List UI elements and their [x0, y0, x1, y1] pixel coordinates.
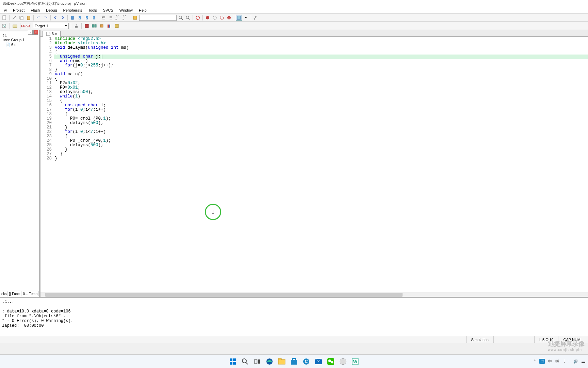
download-icon[interactable]: LOAD [22, 23, 29, 29]
code-line[interactable]: } [54, 68, 588, 72]
bookmark-next-icon[interactable] [84, 15, 90, 21]
code-editor[interactable]: 1234567891011121314151617181920212223242… [40, 37, 588, 292]
tray-volume-icon[interactable]: 🔊 [573, 359, 578, 364]
new-icon[interactable] [1, 15, 7, 21]
tray-chevron-icon[interactable]: ˄ [534, 359, 536, 364]
menu-tools[interactable]: Tools [85, 7, 100, 13]
code-line[interactable]: P0=0x01; [54, 86, 588, 90]
breakpoint-enable-icon[interactable] [212, 15, 218, 21]
store-icon[interactable] [289, 357, 299, 366]
code-line[interactable]: for(j=0;j<255;j++); [54, 63, 588, 68]
app-icon[interactable] [338, 357, 348, 366]
file-ext-icon[interactable] [84, 23, 90, 29]
tab-templates[interactable]: 0→ Temp... [21, 291, 39, 296]
tray-battery-icon[interactable]: ▬ [582, 359, 585, 364]
code-line[interactable]: delayms(500); [54, 90, 588, 94]
code-line[interactable]: } [54, 125, 588, 130]
bookmark-prev-icon[interactable] [77, 15, 83, 21]
manage-icon[interactable] [91, 23, 97, 29]
code-line[interactable]: void main() [54, 72, 588, 77]
code-line[interactable]: void delayms(unsigned int ms) [54, 46, 588, 50]
menu-help[interactable]: Help [136, 7, 149, 13]
nav-forward-icon[interactable] [60, 15, 66, 21]
code-line[interactable]: { [54, 99, 588, 103]
redo-icon[interactable] [43, 15, 49, 21]
breakpoint-icon[interactable] [205, 15, 211, 21]
outdent-icon[interactable] [108, 15, 114, 21]
configure-icon[interactable] [253, 15, 259, 21]
menu-project[interactable]: Project [10, 7, 27, 13]
comment-icon[interactable]: //≡ [115, 15, 121, 21]
tab-books[interactable]: oks [0, 291, 7, 296]
menu-svcs[interactable]: SVCS [100, 7, 116, 13]
explorer-icon[interactable] [277, 357, 287, 366]
options-icon[interactable] [73, 23, 79, 29]
code-line[interactable]: while(ms--) [54, 59, 588, 63]
find-in-files-icon[interactable] [132, 15, 138, 21]
wps-icon[interactable]: W [350, 357, 360, 366]
menu-window[interactable]: Window [117, 7, 135, 13]
code-line[interactable]: { [54, 50, 588, 55]
window-layout-icon[interactable] [236, 15, 242, 21]
menu-peripherals[interactable]: Peripherals [61, 7, 85, 13]
code-line[interactable]: while(1) [54, 94, 588, 99]
incremental-find-icon[interactable] [185, 15, 191, 21]
target-select[interactable]: Target 1▾ [33, 23, 69, 29]
books-icon[interactable] [106, 23, 112, 29]
code-line[interactable]: { [54, 77, 588, 81]
menu-debug[interactable]: Debug [43, 7, 60, 13]
code-line[interactable]: for(i=0;i<7;i++) [54, 108, 588, 112]
nav-back-icon[interactable] [52, 15, 59, 21]
code-content[interactable]: #include <reg52.h>#include <intrins.h>vo… [54, 37, 588, 292]
tree-group[interactable]: urce Group 1 [1, 37, 37, 42]
code-line[interactable]: delayms(500); [54, 121, 588, 125]
help-icon[interactable] [114, 23, 120, 29]
bookmark-clear-icon[interactable] [91, 15, 97, 21]
breakpoint-disable-icon[interactable] [219, 15, 225, 21]
code-line[interactable]: { [54, 134, 588, 139]
code-line[interactable]: delayms(500); [54, 143, 588, 148]
taskbar[interactable]: C W ˄ ⬚ 中 拼 ⋮⋮ 🔊 ▬ [0, 354, 588, 368]
code-line[interactable]: P2=0x02; [54, 81, 588, 86]
pack-installer-icon[interactable] [99, 23, 105, 29]
file-tab-active[interactable]: 6.c [43, 31, 61, 37]
indent-icon[interactable] [101, 15, 107, 21]
menu-view[interactable]: w [1, 7, 10, 13]
breakpoint-kill-icon[interactable] [226, 15, 232, 21]
code-line[interactable]: } [54, 152, 588, 156]
build-output[interactable]: .c... : data=10.0 xdata=0 code=106 file … [0, 297, 588, 336]
layout-dropdown-icon[interactable]: ▾ [243, 15, 249, 21]
tab-functions[interactable]: {} Func... [7, 291, 22, 296]
code-line[interactable]: unsigned char j;| [54, 55, 588, 59]
code-line[interactable]: } [54, 156, 588, 161]
find-icon[interactable] [178, 15, 184, 21]
system-tray[interactable]: ˄ ⬚ 中 拼 ⋮⋮ 🔊 ▬ [534, 359, 585, 364]
uncomment-icon[interactable]: //≡ [122, 15, 128, 21]
project-tree[interactable]: t 1 urce Group 1 📄 6.c [0, 31, 39, 291]
menu-flash[interactable]: Flash [28, 7, 43, 13]
wechat-icon[interactable] [326, 357, 336, 366]
paste-icon[interactable] [26, 15, 32, 21]
copy-icon[interactable] [18, 15, 24, 21]
mail-icon[interactable] [314, 357, 323, 366]
code-line[interactable]: } [54, 148, 588, 152]
edge-icon[interactable] [265, 357, 274, 366]
code-line[interactable]: #include <intrins.h> [54, 41, 588, 46]
splitter-handle[interactable] [39, 30, 40, 297]
debug-icon[interactable] [195, 15, 201, 21]
code-line[interactable]: unsigned char i; [54, 103, 588, 108]
minimize-button[interactable]: — [581, 1, 585, 6]
tray-monitor-icon[interactable]: ⬚ [539, 359, 545, 364]
translate-icon[interactable] [1, 23, 7, 29]
scrollbar-thumb[interactable] [45, 293, 403, 297]
browser-icon[interactable]: C [301, 357, 311, 366]
find-combo[interactable] [139, 15, 177, 21]
code-line[interactable]: #include <reg52.h> [54, 37, 588, 41]
tree-target[interactable]: t 1 [1, 33, 37, 37]
search-icon[interactable] [240, 357, 250, 366]
undo-icon[interactable] [35, 15, 42, 21]
code-line[interactable]: for(i=0;i<7;i++) [54, 130, 588, 134]
taskview-icon[interactable] [252, 357, 262, 366]
code-line[interactable]: P0=_cror_(P0,1); [54, 139, 588, 143]
code-line[interactable]: P0=_crol_(P0,1); [54, 117, 588, 121]
